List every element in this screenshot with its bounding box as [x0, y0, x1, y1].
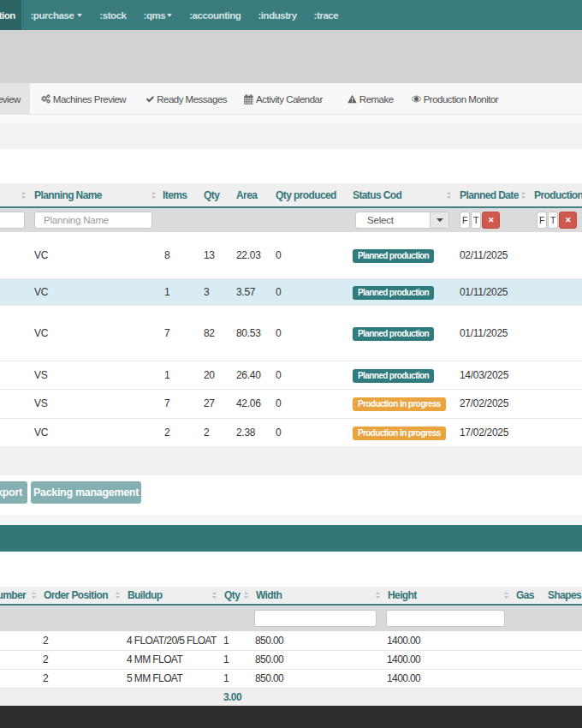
- tab-label: Machines Preview: [53, 94, 126, 104]
- col-production[interactable]: Production: [528, 183, 582, 207]
- tab-planning-preview[interactable]: Planning Preview: [0, 83, 30, 115]
- cell-width: 850.00: [251, 650, 383, 669]
- navbar-menu: :production :purchase :stock :qms :accou…: [0, 0, 347, 30]
- status-filter-select[interactable]: Select: [355, 212, 449, 229]
- packing-management-button[interactable]: Packing management: [31, 481, 141, 504]
- bottom-footer-bar: [0, 706, 582, 728]
- width-filter-input[interactable]: [254, 610, 377, 627]
- cell-area: 80.53: [230, 305, 270, 361]
- status-badge: Planned production: [353, 286, 434, 300]
- col-label: Order Position: [44, 589, 108, 601]
- gears-icon: [41, 93, 50, 104]
- cell-order-position: 2: [39, 631, 122, 650]
- nav-item-qms[interactable]: :qms: [135, 0, 181, 30]
- planning-row[interactable]: VS 7 27 42.06 0 Production in progress 2…: [0, 389, 582, 418]
- cell-qty: 3: [198, 278, 230, 305]
- page-header-band: [0, 30, 582, 83]
- nav-item-industry[interactable]: :industry: [249, 0, 305, 30]
- app: :production :purchase :stock :qms :accou…: [0, 0, 582, 728]
- cell-planning-name: VC: [28, 278, 158, 305]
- export-button[interactable]: Export: [0, 481, 27, 504]
- nav-item-accounting[interactable]: :accounting: [181, 0, 249, 30]
- height-filter-input[interactable]: [386, 610, 505, 627]
- planning-table-wrap: Planning Number Planning Name Items Qty …: [0, 183, 582, 475]
- cell-planning-name: VS: [28, 361, 158, 389]
- actions-bar: Export Packing management: [0, 481, 582, 504]
- planning-row[interactable]: VS 1 20 26.40 0 Planned production 14/03…: [0, 361, 582, 389]
- col-label: Qty: [204, 189, 219, 201]
- date-from-button[interactable]: F: [537, 212, 547, 229]
- tab-production-monitor[interactable]: Production Monitor: [401, 83, 510, 115]
- tab-machines-preview[interactable]: Machines Preview: [30, 83, 134, 115]
- nav-item-purchase[interactable]: :purchase: [21, 0, 91, 30]
- cell-height: 1400.00: [383, 650, 511, 669]
- cell-planning-name: VC: [28, 232, 158, 278]
- tab-label: Remake: [359, 94, 394, 104]
- tab-remake[interactable]: Remake: [336, 83, 401, 115]
- col-height[interactable]: Height: [383, 587, 511, 605]
- tab-bar: Planning Preview Machines Preview Ready …: [0, 83, 582, 115]
- sort-icon: [447, 190, 451, 200]
- col-order-number[interactable]: Order Number: [0, 587, 39, 605]
- order-row[interactable]: 2 4 MM FLOAT 1 850.00 1400.00: [0, 650, 582, 669]
- col-shapes[interactable]: Shapes: [543, 587, 582, 605]
- cell-planned-date: 02/11/2025: [454, 232, 528, 278]
- tab-label: Planning Preview: [0, 94, 21, 104]
- cell-qty: 20: [198, 361, 230, 389]
- col-status-cod[interactable]: Status Cod: [347, 183, 454, 207]
- date-clear-button[interactable]: ✕: [482, 212, 500, 229]
- col-order-position[interactable]: Order Position: [39, 587, 122, 605]
- col-planned-date[interactable]: Planned Date: [454, 183, 528, 207]
- tab-ready-messages[interactable]: Ready Messages: [134, 83, 233, 115]
- date-to-button[interactable]: T: [548, 212, 558, 229]
- planning-row-selected[interactable]: VC 1 3 3.57 0 Planned production 01/11/2…: [0, 278, 582, 305]
- col-buildup[interactable]: Buildup: [122, 587, 219, 605]
- col-planning-number[interactable]: Planning Number: [0, 183, 28, 207]
- col-width[interactable]: Width: [251, 587, 383, 605]
- col-qty[interactable]: Qty: [198, 183, 230, 207]
- col-qty-produced[interactable]: Qty produced: [270, 183, 347, 207]
- order-row[interactable]: 2 4 FLOAT/20/5 FLOAT 1 850.00 1400.00: [0, 631, 582, 650]
- planning-number-filter-input[interactable]: [0, 212, 25, 229]
- tab-activity-calendar[interactable]: Activity Calendar: [233, 83, 336, 115]
- col-planning-name[interactable]: Planning Name: [28, 183, 158, 207]
- cell-qty: 13: [198, 232, 230, 278]
- cell-qty: 2: [198, 418, 230, 446]
- date-from-button[interactable]: F: [460, 212, 470, 229]
- select-value: Select: [356, 212, 430, 228]
- top-navbar: :production :purchase :stock :qms :accou…: [0, 0, 582, 30]
- nav-item-trace[interactable]: :trace: [306, 0, 347, 30]
- planning-row[interactable]: VC 2 2 2.38 0 Production in progress 17/…: [0, 418, 582, 446]
- col-label: Production: [534, 189, 582, 201]
- sort-icon: [521, 190, 526, 200]
- col-items[interactable]: Items: [158, 183, 198, 207]
- nav-item-stock[interactable]: :stock: [91, 0, 134, 30]
- cell-planning-name: VS: [28, 389, 158, 418]
- col-gas[interactable]: Gas: [511, 587, 543, 605]
- cell-height: 1400.00: [383, 669, 511, 688]
- nav-item-label: :industry: [258, 10, 296, 21]
- planning-name-filter-input[interactable]: [34, 212, 152, 229]
- col-qty2[interactable]: Qty: [219, 587, 251, 605]
- col-label: Qty produced: [276, 189, 336, 201]
- date-clear-button[interactable]: ✕: [559, 212, 577, 229]
- cell-qty-produced: 0: [270, 278, 347, 305]
- date-to-button[interactable]: T: [471, 212, 481, 229]
- nav-item-label: :trace: [314, 10, 339, 21]
- order-table-wrap: Order Number Order Position Buildup Qty …: [0, 587, 582, 706]
- nav-item-label: :stock: [99, 10, 126, 21]
- col-area[interactable]: Area: [230, 183, 270, 207]
- col-label: Planned Date: [460, 189, 519, 201]
- cell-area: 42.06: [230, 389, 270, 418]
- panel-gap-band: [0, 515, 582, 525]
- nav-item-production[interactable]: :production: [0, 0, 21, 30]
- cell-width: 850.00: [251, 669, 383, 688]
- planning-row[interactable]: VC 8 13 22.03 0 Planned production 02/11…: [0, 232, 582, 278]
- select-caret: [430, 212, 448, 228]
- col-label: Height: [388, 589, 417, 601]
- planning-row[interactable]: VC 7 82 80.53 0 Planned production 01/11…: [0, 305, 582, 361]
- cell-qty-produced: 0: [270, 232, 347, 278]
- status-badge: Production in progress: [353, 427, 446, 440]
- order-row[interactable]: 2 5 MM FLOAT 1 850.00 1400.00: [0, 669, 582, 688]
- cell-planning-name: VC: [28, 305, 158, 361]
